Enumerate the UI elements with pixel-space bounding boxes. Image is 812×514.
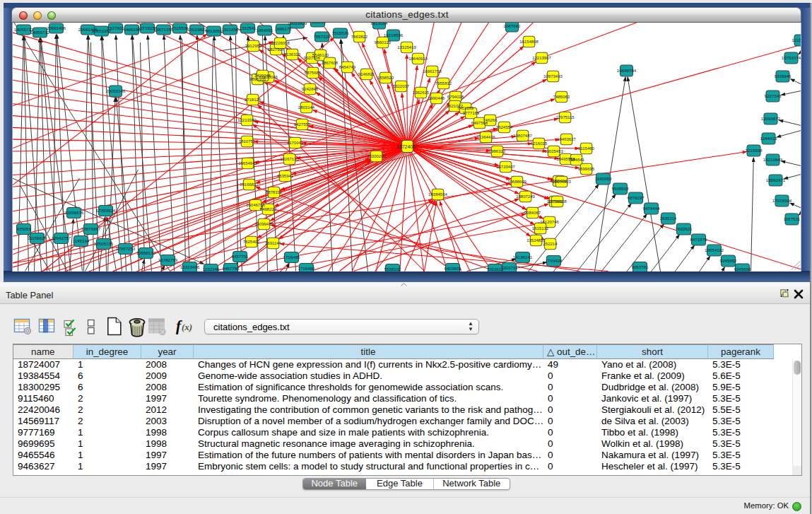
svg-text:21364436: 21364436 <box>476 135 495 139</box>
svg-text:16120746: 16120746 <box>540 220 559 224</box>
svg-text:12975115: 12975115 <box>555 115 575 119</box>
svg-text:18807249: 18807249 <box>516 194 535 199</box>
svg-text:20206576: 20206576 <box>64 210 84 215</box>
svg-text:1362615: 1362615 <box>413 90 430 95</box>
svg-text:6879197: 6879197 <box>627 195 645 200</box>
svg-text:2867608: 2867608 <box>322 61 339 65</box>
svg-text:16154808: 16154808 <box>519 40 539 44</box>
svg-text:19218596: 19218596 <box>384 33 404 37</box>
svg-text:13325419: 13325419 <box>397 45 416 49</box>
svg-text:1558520: 1558520 <box>377 76 394 80</box>
svg-text:12505135: 12505135 <box>94 241 114 246</box>
svg-text:5538102: 5538102 <box>384 267 401 271</box>
svg-text:19166827: 19166827 <box>240 182 259 187</box>
svg-text:10688609: 10688609 <box>507 180 526 184</box>
svg-text:19463627: 19463627 <box>557 137 576 141</box>
svg-text:5498222: 5498222 <box>260 207 277 211</box>
svg-text:1716480: 1716480 <box>298 266 315 271</box>
svg-text:3624554: 3624554 <box>496 125 513 129</box>
svg-text:6990448: 6990448 <box>428 96 445 100</box>
svg-text:1921856: 1921856 <box>221 27 239 32</box>
svg-text:17359924: 17359924 <box>96 208 116 213</box>
svg-text:9938918: 9938918 <box>611 186 629 191</box>
svg-text:12226058: 12226058 <box>271 41 290 45</box>
svg-text:16648784: 16648784 <box>617 68 637 73</box>
svg-text:12093872: 12093872 <box>761 116 781 121</box>
svg-text:7203791: 7203791 <box>500 265 518 270</box>
svg-text:3912954: 3912954 <box>245 44 262 48</box>
svg-text:9115460: 9115460 <box>578 146 595 151</box>
svg-text:19654923: 19654923 <box>552 180 571 184</box>
svg-text:7955812: 7955812 <box>435 81 452 86</box>
svg-text:9146821: 9146821 <box>358 72 375 76</box>
svg-text:8136323: 8136323 <box>284 52 301 57</box>
svg-text:10807487: 10807487 <box>513 134 532 138</box>
svg-text:2087682: 2087682 <box>503 23 521 28</box>
svg-text:9660123: 9660123 <box>375 40 392 45</box>
svg-text:7632621: 7632621 <box>675 226 693 231</box>
svg-text:11156829: 11156829 <box>28 235 47 240</box>
svg-text:7663822: 7663822 <box>351 35 368 39</box>
svg-text:2718126: 2718126 <box>245 98 261 102</box>
svg-text:1527602: 1527602 <box>107 25 124 30</box>
svg-text:1716485: 1716485 <box>283 255 300 259</box>
svg-text:9457790: 9457790 <box>222 266 240 271</box>
svg-text:1640953: 1640953 <box>594 176 612 181</box>
svg-text:10033801: 10033801 <box>187 27 207 32</box>
svg-text:2935114: 2935114 <box>660 216 677 221</box>
svg-text:10975867: 10975867 <box>81 226 101 231</box>
svg-text:16961758: 16961758 <box>423 69 442 74</box>
svg-text:9245652: 9245652 <box>719 258 737 263</box>
svg-text:252214: 252214 <box>543 242 558 246</box>
svg-text:18724007: 18724007 <box>396 144 418 149</box>
svg-text:1145194: 1145194 <box>73 238 90 243</box>
svg-text:16210643: 16210643 <box>763 157 783 162</box>
svg-text:12323466: 12323466 <box>180 264 200 269</box>
svg-text:9084067: 9084067 <box>524 211 541 215</box>
svg-text:18640910: 18640910 <box>408 57 428 61</box>
svg-text:17957253: 17957253 <box>116 246 136 251</box>
svg-text:10654112: 10654112 <box>705 247 724 252</box>
svg-text:5546120: 5546120 <box>312 53 329 57</box>
svg-text:8813054: 8813054 <box>370 23 388 25</box>
svg-text:19756928: 19756928 <box>548 199 567 204</box>
svg-text:7515536: 7515536 <box>171 25 189 30</box>
svg-text:15692971: 15692971 <box>766 177 786 182</box>
svg-text:10958137: 10958137 <box>136 250 156 255</box>
svg-text:7451263: 7451263 <box>457 106 474 110</box>
svg-text:1167531: 1167531 <box>784 216 801 221</box>
svg-text:(x): (x) <box>182 322 192 332</box>
svg-text:10973493: 10973493 <box>543 74 563 78</box>
svg-text:16782759: 16782759 <box>158 257 178 262</box>
svg-text:6794028: 6794028 <box>447 95 464 99</box>
svg-text:8471676: 8471676 <box>690 237 707 242</box>
svg-text:6403801: 6403801 <box>444 266 461 271</box>
svg-text:1864091: 1864091 <box>256 28 273 33</box>
svg-text:9699695: 9699695 <box>578 167 595 171</box>
svg-text:5875685: 5875685 <box>305 71 322 75</box>
svg-text:9427552: 9427552 <box>294 122 311 127</box>
svg-text:14099489: 14099489 <box>254 222 273 226</box>
svg-text:1244415: 1244415 <box>760 136 777 141</box>
svg-text:7557224: 7557224 <box>313 34 331 39</box>
svg-text:6216015: 6216015 <box>531 141 548 146</box>
svg-text:12942757: 12942757 <box>52 235 71 240</box>
svg-text:15751074: 15751074 <box>782 55 801 60</box>
svg-text:8878331: 8878331 <box>266 190 283 194</box>
svg-text:3420046: 3420046 <box>254 74 271 78</box>
svg-text:9474444: 9474444 <box>642 206 660 211</box>
svg-text:8813051: 8813051 <box>205 28 223 33</box>
svg-text:9053781: 9053781 <box>631 264 649 269</box>
svg-text:7584641: 7584641 <box>568 158 585 162</box>
svg-text:7625402: 7625402 <box>243 240 260 244</box>
svg-text:1332541: 1332541 <box>239 25 257 30</box>
svg-text:15720407: 15720407 <box>496 165 515 169</box>
svg-text:7986322: 7986322 <box>489 149 506 153</box>
svg-text:1810755: 1810755 <box>239 139 256 144</box>
svg-text:12213967: 12213967 <box>532 56 551 60</box>
svg-text:9227343: 9227343 <box>764 93 782 98</box>
svg-text:1232346: 1232346 <box>202 267 220 271</box>
svg-text:1691144: 1691144 <box>265 241 282 245</box>
svg-text:1733426: 1733426 <box>545 258 563 263</box>
svg-text:11123301: 11123301 <box>792 37 801 42</box>
